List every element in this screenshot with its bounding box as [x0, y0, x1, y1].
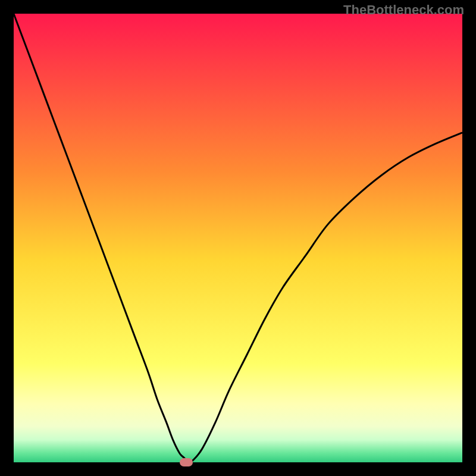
curve-layer — [14, 14, 462, 462]
watermark-text: TheBottleneck.com — [343, 2, 464, 18]
bottleneck-curve — [14, 14, 462, 462]
optimal-marker — [180, 458, 193, 466]
chart-area — [14, 14, 462, 462]
